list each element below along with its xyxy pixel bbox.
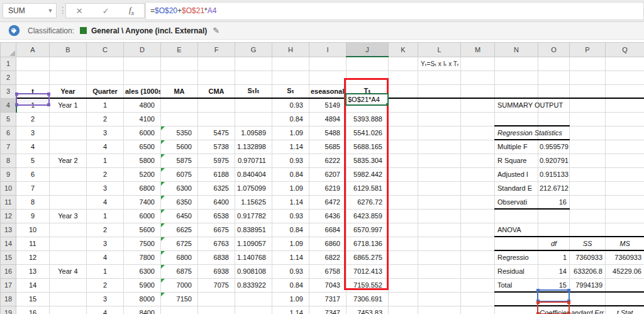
cell-H3[interactable]: Sₜ bbox=[272, 84, 309, 98]
cell-I13[interactable]: 6684 bbox=[309, 223, 347, 237]
name-box-dropdown-icon[interactable]: ▼ bbox=[45, 8, 56, 14]
row-header-19[interactable]: 19 bbox=[1, 306, 16, 314]
cell-H15[interactable]: 1.14 bbox=[272, 250, 309, 264]
row-header-2[interactable]: 2 bbox=[1, 70, 16, 84]
cell-C19[interactable]: 4 bbox=[87, 306, 124, 314]
row-header-13[interactable]: 13 bbox=[1, 223, 16, 237]
cell-O10[interactable]: 212.6712 bbox=[538, 181, 570, 195]
cell-K18[interactable] bbox=[389, 292, 418, 306]
cell-F15[interactable]: 6838 bbox=[198, 250, 235, 264]
cell-I12[interactable]: 6436 bbox=[309, 209, 347, 223]
cell-O14[interactable]: df bbox=[538, 237, 570, 250]
edit-classification-icon[interactable]: ✎ bbox=[213, 26, 219, 35]
cell-Q8[interactable] bbox=[606, 154, 644, 167]
row-header-4[interactable]: 4 bbox=[1, 98, 16, 112]
cell-F6[interactable]: 5475 bbox=[198, 126, 235, 140]
name-box[interactable]: SUM ▼ bbox=[3, 3, 57, 18]
cell-L8[interactable] bbox=[418, 154, 461, 167]
column-header-C[interactable]: C bbox=[87, 43, 124, 57]
cell-A6[interactable]: 3 bbox=[16, 126, 50, 140]
cell-D4[interactable]: 4800 bbox=[124, 98, 161, 112]
cell-A19[interactable]: 16 bbox=[16, 306, 50, 314]
cell-F10[interactable]: 6325 bbox=[198, 181, 235, 195]
row-header-17[interactable]: 17 bbox=[1, 278, 16, 292]
row-header-14[interactable]: 14 bbox=[1, 237, 16, 250]
cell-D17[interactable]: 5900 bbox=[124, 278, 161, 292]
cell-G3[interactable]: SₜIₜ bbox=[235, 84, 272, 98]
cell-E4[interactable] bbox=[161, 98, 198, 112]
cell-A13[interactable]: 10 bbox=[16, 223, 50, 237]
cell-K4[interactable] bbox=[389, 98, 418, 112]
cell-G8[interactable]: 0.970711 bbox=[235, 154, 272, 167]
cell-F14[interactable]: 6763 bbox=[198, 237, 235, 250]
cell-N10[interactable]: Standard E bbox=[495, 181, 538, 195]
cell-K13[interactable] bbox=[389, 223, 418, 237]
cell-H9[interactable]: 0.84 bbox=[272, 167, 309, 181]
column-header-L[interactable]: L bbox=[418, 43, 461, 57]
cell-A18[interactable]: 15 bbox=[16, 292, 50, 306]
row-header-11[interactable]: 11 bbox=[1, 195, 16, 209]
cell-P2[interactable] bbox=[570, 70, 606, 84]
cell-I15[interactable]: 6822 bbox=[309, 250, 347, 264]
cell-N5[interactable] bbox=[495, 112, 538, 126]
cell-L17[interactable] bbox=[418, 278, 461, 292]
cell-N14[interactable] bbox=[495, 237, 538, 250]
cell-I17[interactable]: 7043 bbox=[309, 278, 347, 292]
cell-M15[interactable] bbox=[461, 250, 495, 264]
cell-A15[interactable]: 12 bbox=[16, 250, 50, 264]
cell-H8[interactable]: 0.93 bbox=[272, 154, 309, 167]
row-header-8[interactable]: 8 bbox=[1, 154, 16, 167]
cell-F3[interactable]: CMA bbox=[198, 84, 235, 98]
row-header-1[interactable]: 1 bbox=[1, 57, 16, 70]
cell-C10[interactable]: 3 bbox=[87, 181, 124, 195]
row-header-3[interactable]: 3 bbox=[1, 84, 16, 98]
cell-H2[interactable] bbox=[272, 70, 309, 84]
cell-D15[interactable]: 7800 bbox=[124, 250, 161, 264]
cell-K7[interactable] bbox=[389, 140, 418, 154]
cell-P6[interactable] bbox=[570, 126, 606, 140]
cell-P3[interactable] bbox=[570, 84, 606, 98]
cell-I6[interactable]: 5488 bbox=[309, 126, 347, 140]
cell-J19[interactable]: 7453.83 bbox=[347, 306, 389, 314]
cell-G14[interactable]: 1.109057 bbox=[235, 237, 272, 250]
row-header-6[interactable]: 6 bbox=[1, 126, 16, 140]
cell-N13[interactable]: ANOVA bbox=[495, 223, 538, 237]
cell-C17[interactable]: 2 bbox=[87, 278, 124, 292]
cell-P10[interactable] bbox=[570, 181, 606, 195]
cell-G16[interactable]: 0.908108 bbox=[235, 264, 272, 278]
column-header-D[interactable]: D bbox=[124, 43, 161, 57]
cell-M13[interactable] bbox=[461, 223, 495, 237]
cancel-icon[interactable]: ✕ bbox=[76, 6, 83, 16]
cell-A10[interactable]: 7 bbox=[16, 181, 50, 195]
cell-N4[interactable]: SUMMARY OUTPUT bbox=[495, 98, 538, 112]
cell-Q5[interactable] bbox=[606, 112, 644, 126]
cell-C16[interactable]: 1 bbox=[87, 264, 124, 278]
cell-I4[interactable]: 5149 bbox=[309, 98, 347, 112]
cell-A14[interactable]: 11 bbox=[16, 237, 50, 250]
cell-N9[interactable]: Adjusted I bbox=[495, 167, 538, 181]
cell-C6[interactable]: 3 bbox=[87, 126, 124, 140]
cell-B15[interactable] bbox=[50, 250, 87, 264]
cell-L4[interactable] bbox=[418, 98, 461, 112]
cell-O16[interactable]: 14 bbox=[538, 264, 570, 278]
cell-Q18[interactable] bbox=[606, 292, 644, 306]
cell-I14[interactable]: 6860 bbox=[309, 237, 347, 250]
cell-C13[interactable]: 2 bbox=[87, 223, 124, 237]
cell-D13[interactable]: 5600 bbox=[124, 223, 161, 237]
cell-G9[interactable]: 0.840404 bbox=[235, 167, 272, 181]
cell-D7[interactable]: 6500 bbox=[124, 140, 161, 154]
cell-L19[interactable] bbox=[418, 306, 461, 314]
cell-Q3[interactable] bbox=[606, 84, 644, 98]
cell-I3[interactable]: eseasonali bbox=[309, 84, 347, 98]
cell-M19[interactable] bbox=[461, 306, 495, 314]
cell-H7[interactable]: 1.14 bbox=[272, 140, 309, 154]
cell-E1[interactable] bbox=[161, 57, 198, 70]
cell-N15[interactable]: Regressio bbox=[495, 250, 538, 264]
cell-K6[interactable] bbox=[389, 126, 418, 140]
cell-K2[interactable] bbox=[389, 70, 418, 84]
cell-N17[interactable]: Total bbox=[495, 278, 538, 292]
cell-E7[interactable]: 5600 bbox=[161, 140, 198, 154]
cell-A16[interactable]: 13 bbox=[16, 264, 50, 278]
cell-L13[interactable] bbox=[418, 223, 461, 237]
cell-K10[interactable] bbox=[389, 181, 418, 195]
